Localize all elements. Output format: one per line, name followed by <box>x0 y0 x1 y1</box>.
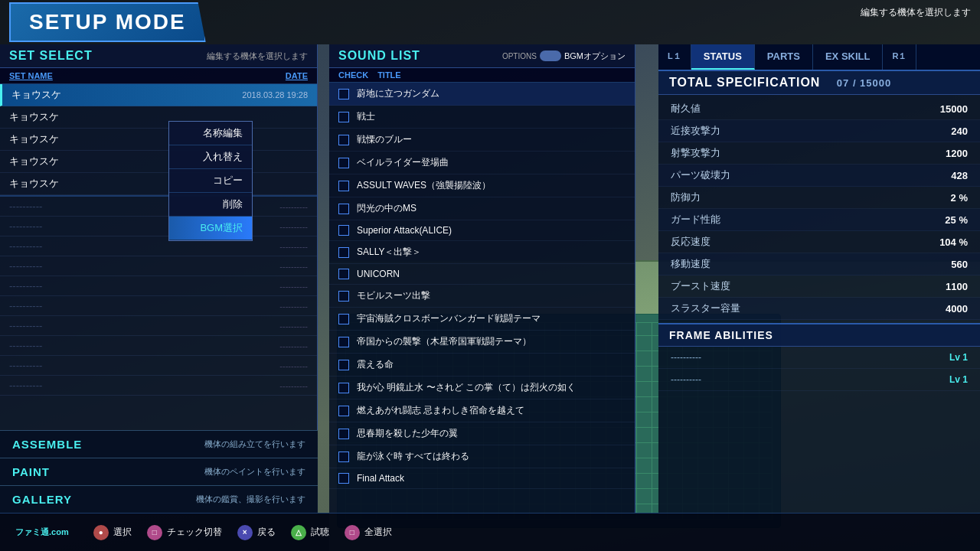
sound-item[interactable]: 思春期を殺した少年の翼 <box>329 422 635 445</box>
ctrl-item: × 戻る <box>237 525 276 540</box>
set-list-header: SET NAME DATE <box>0 68 317 84</box>
spec-item: 近接攻撃力 240 <box>658 120 980 142</box>
sound-checkbox[interactable] <box>338 314 349 324</box>
nav-item-assemble[interactable]: ASSEMBLE 機体の組み立てを行います <box>0 430 318 458</box>
check-col: CHECK <box>338 70 368 80</box>
sound-item[interactable]: 燃えあがれ闘志 忌まわしき宿命を越えて <box>329 399 635 422</box>
sound-item[interactable]: 戦士 <box>329 106 635 129</box>
top-right-label: 編集する機体を選択します <box>861 6 971 19</box>
spec-item: パーツ破壊力 428 <box>658 165 980 187</box>
context-menu: 名称編集入れ替えコピー削除BGM選択 <box>168 121 253 241</box>
set-list-item[interactable]: キョウスケ <box>0 151 317 173</box>
set-list-item[interactable]: ---------- ---------- <box>0 316 317 336</box>
sound-checkbox[interactable] <box>338 225 349 236</box>
right-tabs: L１STATUSPARTSEX SKILLR１ <box>658 44 980 71</box>
spec-item: 反応速度 104 % <box>658 231 980 253</box>
spec-item: ガード性能 25 % <box>658 209 980 231</box>
right-tab-l１[interactable]: L１ <box>658 44 691 70</box>
sound-checkbox[interactable] <box>338 452 349 462</box>
set-list-item[interactable]: ---------- ---------- <box>0 296 317 316</box>
context-menu-item[interactable]: 入れ替え <box>169 145 252 169</box>
sound-checkbox[interactable] <box>338 360 349 370</box>
sound-list-body: 蔚地に立つガンダム 戦士 戦慄のブルー ベイルライダー登場曲 ASSULT WA… <box>329 83 635 489</box>
bottom-bar: ファミ通.com ● 選択 □ チェック切替 × 戻る △ 試聴 □ 全選択 <box>0 513 980 551</box>
sound-checkbox[interactable] <box>338 135 349 145</box>
set-list-item[interactable]: キョウスケ 2018.03.28 19:28 <box>0 84 317 106</box>
spec-item: 射撃攻撃力 1200 <box>658 142 980 165</box>
set-list-item[interactable]: ---------- ---------- <box>0 276 317 296</box>
ability-item: ---------- Lv 1 <box>658 369 980 391</box>
sound-checkbox[interactable] <box>338 158 349 168</box>
sound-item[interactable]: 帝国からの襲撃（木星帝国軍戦闘テーマ） <box>329 331 635 354</box>
ability-item: ---------- Lv 1 <box>658 347 980 369</box>
sound-item[interactable]: ベイルライダー登場曲 <box>329 152 635 174</box>
right-tab-status[interactable]: STATUS <box>691 44 755 70</box>
sound-checkbox[interactable] <box>338 89 349 99</box>
sound-checkbox[interactable] <box>338 473 349 484</box>
context-menu-item[interactable]: コピー <box>169 169 252 193</box>
bottom-nav: ASSEMBLE 機体の組み立てを行います PAINT 機体のペイントを行います… <box>0 430 318 513</box>
set-select-subtitle: 編集する機体を選択します <box>207 51 308 62</box>
sound-checkbox[interactable] <box>338 181 349 191</box>
sound-checkbox[interactable] <box>338 269 349 279</box>
sound-item[interactable]: ASSULT WAVES（強襲揚陸波） <box>329 174 635 197</box>
sound-item[interactable]: Superior Attack(ALICE) <box>329 220 635 241</box>
sound-checkbox[interactable] <box>338 406 349 416</box>
sound-checkbox[interactable] <box>338 112 349 122</box>
set-list-item[interactable]: ---------- ---------- <box>0 236 317 256</box>
right-tab-r１[interactable]: R１ <box>883 44 916 70</box>
spec-item: 防御力 2 % <box>658 187 980 209</box>
options-label: OPTIONS <box>502 52 537 60</box>
bgm-option[interactable]: OPTIONS BGMオプション <box>502 51 626 62</box>
nav-item-gallery[interactable]: GALLERY 機体の鑑賞、撮影を行います <box>0 485 318 513</box>
setup-mode-title: SETUP MODE <box>9 2 206 42</box>
set-list-item[interactable]: キョウスケ <box>0 129 317 151</box>
sound-checkbox[interactable] <box>338 291 349 302</box>
set-list-item[interactable]: ---------- ---------- <box>0 356 317 376</box>
bottom-controls: ● 選択 □ チェック切替 × 戻る △ 試聴 □ 全選択 <box>93 525 392 540</box>
set-list-item[interactable]: ---------- ---------- <box>0 376 317 396</box>
col-date-header: DATE <box>286 71 308 80</box>
context-menu-item[interactable]: BGM選択 <box>169 217 252 240</box>
sound-checkbox[interactable] <box>338 247 349 258</box>
abilities-list: ---------- Lv 1 ---------- Lv 1 <box>658 347 980 391</box>
middle-panel: SOUND LIST OPTIONS BGMオプション CHECK TITLE … <box>329 44 635 513</box>
sound-item[interactable]: 震える命 <box>329 354 635 377</box>
left-panel: SET SELECT 編集する機体を選択します SET NAME DATE キョ… <box>0 44 318 513</box>
set-list-item[interactable]: ---------- ---------- <box>0 256 317 276</box>
sound-item[interactable]: UNICORN <box>329 264 635 285</box>
sound-item[interactable]: 我が心 明鏡止水 〜されど この掌（て）は烈火の如く <box>329 377 635 399</box>
sound-item[interactable]: 戦慄のブルー <box>329 129 635 152</box>
total-spec-label: TOTAL SPECIFICATION <box>669 76 820 89</box>
sound-list-title: SOUND LIST <box>338 49 420 63</box>
sound-item[interactable]: 閃光の中のMS <box>329 197 635 220</box>
set-list-item[interactable]: ---------- ---------- <box>0 197 317 217</box>
spec-header-value: 07 / 15000 <box>837 77 891 89</box>
sound-item[interactable]: モビルスーツ出撃 <box>329 285 635 308</box>
col-name-header: SET NAME <box>9 71 53 80</box>
context-menu-item[interactable]: 名称編集 <box>169 122 252 145</box>
sound-item[interactable]: 龍が泳ぐ時 すべては終わる <box>329 445 635 468</box>
sound-checkbox[interactable] <box>338 204 349 214</box>
sound-checkbox[interactable] <box>338 383 349 393</box>
right-tab-parts[interactable]: PARTS <box>755 44 813 70</box>
sound-item[interactable]: 蔚地に立つガンダム <box>329 83 635 106</box>
set-list-item[interactable]: キョウスケ <box>0 106 317 129</box>
spec-item: 耐久値 15000 <box>658 98 980 120</box>
total-spec-header: TOTAL SPECIFICATION 07 / 15000 <box>658 71 980 95</box>
context-menu-item[interactable]: 削除 <box>169 193 252 217</box>
spec-item: ブースト速度 1100 <box>658 276 980 298</box>
spec-item: 移動速度 560 <box>658 253 980 276</box>
nav-item-paint[interactable]: PAINT 機体のペイントを行います <box>0 458 318 485</box>
sound-item[interactable]: SALLY＜出撃＞ <box>329 241 635 264</box>
set-list-item[interactable]: キョウスケ <box>0 173 317 195</box>
set-list-item[interactable]: ---------- ---------- <box>0 336 317 356</box>
sound-item[interactable]: 宇宙海賊クロスボーンバンガード戦闘テーマ <box>329 308 635 331</box>
set-list-item[interactable]: ---------- ---------- <box>0 217 317 236</box>
sound-item[interactable]: Final Attack <box>329 468 635 489</box>
right-tab-ex-skill[interactable]: EX SKILL <box>813 44 884 70</box>
ctrl-item: ● 選択 <box>93 525 132 540</box>
bgm-toggle[interactable] <box>540 51 561 61</box>
sound-checkbox[interactable] <box>338 429 349 439</box>
sound-checkbox[interactable] <box>338 337 349 347</box>
